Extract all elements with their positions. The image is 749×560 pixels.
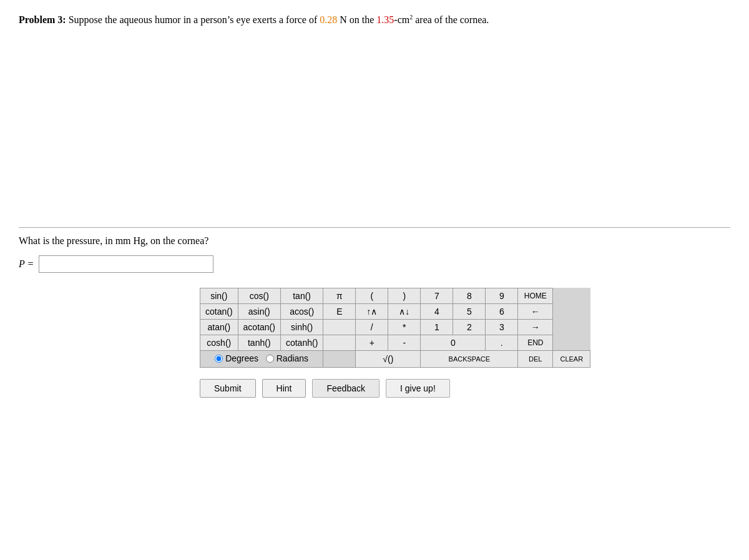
submit-button[interactable]: Submit bbox=[200, 379, 256, 398]
igiveup-button[interactable]: I give up! bbox=[386, 379, 450, 398]
calc-5[interactable]: 5 bbox=[453, 304, 486, 320]
calc-7[interactable]: 7 bbox=[421, 288, 453, 304]
input-row: P = bbox=[19, 255, 730, 273]
calc-plus[interactable]: + bbox=[356, 335, 388, 351]
calc-row-3: atan() acotan() sinh() / * 1 2 3 → bbox=[200, 320, 590, 335]
calc-clear[interactable]: CLEAR bbox=[553, 351, 590, 368]
input-label: P = bbox=[19, 258, 34, 270]
calc-pi[interactable]: π bbox=[323, 288, 356, 304]
calc-tan[interactable]: tan() bbox=[280, 288, 323, 304]
degrees-radio[interactable] bbox=[215, 355, 223, 363]
calc-cotan[interactable]: cotan() bbox=[200, 304, 238, 320]
bottom-buttons: Submit Hint Feedback I give up! bbox=[200, 379, 730, 398]
calc-empty-r5 bbox=[323, 351, 356, 368]
calc-6[interactable]: 6 bbox=[486, 304, 518, 320]
calc-sin[interactable]: sin() bbox=[200, 288, 238, 304]
calc-multiply[interactable]: * bbox=[388, 320, 421, 335]
calc-2[interactable]: 2 bbox=[453, 320, 486, 335]
calc-cos[interactable]: cos() bbox=[238, 288, 280, 304]
calc-cotanh[interactable]: cotanh() bbox=[280, 335, 323, 351]
calc-open-paren[interactable]: ( bbox=[356, 288, 388, 304]
calc-end[interactable]: END bbox=[518, 335, 553, 351]
calc-3[interactable]: 3 bbox=[486, 320, 518, 335]
calc-minus[interactable]: - bbox=[388, 335, 421, 351]
problem-text-between: N on the bbox=[337, 14, 376, 25]
calc-empty-r4 bbox=[323, 335, 356, 351]
calc-row-5: Degrees Radians √() BACKSPACE DEL CLEAR bbox=[200, 351, 590, 368]
problem-label: Problem 3: bbox=[19, 14, 66, 25]
calc-del[interactable]: DEL bbox=[518, 351, 553, 368]
radians-label[interactable]: Radians bbox=[266, 353, 308, 363]
calc-close-paren[interactable]: ) bbox=[388, 288, 421, 304]
calc-0[interactable]: 0 bbox=[421, 335, 486, 351]
radians-radio[interactable] bbox=[266, 355, 274, 363]
calc-arrow-down[interactable]: ∧↓ bbox=[388, 304, 421, 320]
calc-sinh[interactable]: sinh() bbox=[280, 320, 323, 335]
calc-arrow-up[interactable]: ↑∧ bbox=[356, 304, 388, 320]
calc-9[interactable]: 9 bbox=[486, 288, 518, 304]
question-text: What is the pressure, in mm Hg, on the c… bbox=[19, 235, 730, 247]
calc-row-4: cosh() tanh() cotanh() + - 0 . END bbox=[200, 335, 590, 351]
calc-4[interactable]: 4 bbox=[421, 304, 453, 320]
calc-8[interactable]: 8 bbox=[453, 288, 486, 304]
problem-text-end: area of the cornea. bbox=[413, 14, 489, 25]
calc-backspace[interactable]: BACKSPACE bbox=[421, 351, 518, 368]
calc-left-arrow[interactable]: ← bbox=[518, 304, 553, 320]
calc-row-2: cotan() asin() acos() E ↑∧ ∧↓ 4 5 6 ← bbox=[200, 304, 590, 320]
problem-text-before: Suppose the aqueous humor in a person’s … bbox=[69, 14, 320, 25]
calc-dot[interactable]: . bbox=[486, 335, 518, 351]
calc-cosh[interactable]: cosh() bbox=[200, 335, 238, 351]
calc-acotan[interactable]: acotan() bbox=[238, 320, 280, 335]
calc-divide[interactable]: / bbox=[356, 320, 388, 335]
calc-sqrt[interactable]: √() bbox=[356, 351, 421, 368]
calc-table: sin() cos() tan() π ( ) 7 8 9 HOME cotan… bbox=[200, 288, 590, 368]
degrees-radians-cell: Degrees Radians bbox=[200, 351, 323, 368]
feedback-button[interactable]: Feedback bbox=[312, 379, 379, 398]
calc-atan[interactable]: atan() bbox=[200, 320, 238, 335]
red-value: 1.35 bbox=[376, 14, 394, 25]
calc-tanh[interactable]: tanh() bbox=[238, 335, 280, 351]
calculator: sin() cos() tan() π ( ) 7 8 9 HOME cotan… bbox=[200, 288, 590, 368]
hint-button[interactable]: Hint bbox=[262, 379, 306, 398]
calc-row-1: sin() cos() tan() π ( ) 7 8 9 HOME bbox=[200, 288, 590, 304]
orange-value: 0.28 bbox=[320, 14, 337, 25]
calc-asin[interactable]: asin() bbox=[238, 304, 280, 320]
calc-empty-r3 bbox=[323, 320, 356, 335]
degrees-label[interactable]: Degrees bbox=[215, 353, 258, 363]
calc-e[interactable]: E bbox=[323, 304, 356, 320]
divider bbox=[19, 227, 730, 228]
answer-input[interactable] bbox=[39, 255, 213, 273]
calc-acos[interactable]: acos() bbox=[280, 304, 323, 320]
calc-right-arrow[interactable]: → bbox=[518, 320, 553, 335]
calc-home[interactable]: HOME bbox=[518, 288, 553, 304]
problem-text-after: -cm bbox=[394, 14, 409, 25]
calc-1[interactable]: 1 bbox=[421, 320, 453, 335]
